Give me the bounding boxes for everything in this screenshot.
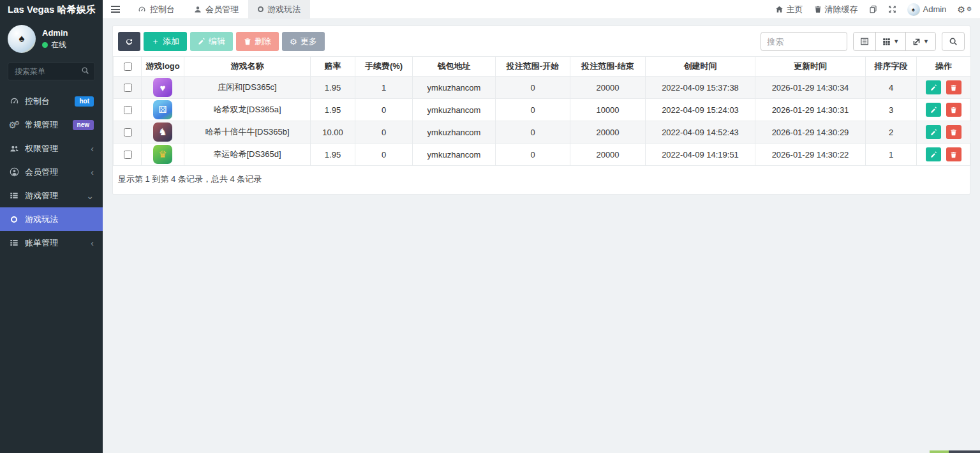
cell-updated: 2026-01-29 14:30:29 <box>755 121 866 144</box>
add-button[interactable]: ＋ 添加 <box>144 32 187 51</box>
user-panel: Admin 在线 <box>0 19 103 60</box>
home-button[interactable]: 主页 <box>775 4 803 15</box>
clear-cache-label: 清除缓存 <box>825 4 858 15</box>
sidebar-search <box>8 63 95 80</box>
cell-created: 2022-04-09 15:24:03 <box>646 99 755 121</box>
games-table: 游戏logo 游戏名称 赔率 手续费(%) 钱包地址 投注范围-开始 投注范围-… <box>113 56 971 166</box>
cell-odds: 1.95 <box>311 144 355 166</box>
column-header-actions: 操作 <box>917 57 971 77</box>
home-label: 主页 <box>787 4 803 15</box>
cell-bet-end: 20000 <box>570 77 646 99</box>
tab-dashboard[interactable]: 控制台 <box>128 0 184 19</box>
dashboard-icon <box>9 96 19 106</box>
row-edit-button[interactable] <box>926 147 941 161</box>
sidebar-item-label: 控制台 <box>25 96 50 107</box>
sidebar-item-label: 游戏玩法 <box>25 214 58 225</box>
cell-fee: 1 <box>355 77 413 99</box>
column-header-bet-end: 投注范围-结束 <box>570 57 646 77</box>
edit-button[interactable]: 编辑 <box>190 32 233 51</box>
view-button-group: ▼ ▼ <box>853 32 936 51</box>
sidebar-item-label: 常规管理 <box>25 119 58 131</box>
pencil-icon <box>930 129 937 136</box>
list-icon <box>9 191 19 200</box>
dashboard-icon <box>138 5 146 13</box>
settings-button[interactable]: ⚙⚙ <box>957 5 972 14</box>
sidebar-item-general[interactable]: ⚙⚙ 常规管理 new <box>0 113 103 137</box>
cell-wallet: ymkuzhancom <box>413 121 496 144</box>
fullscreen-button[interactable] <box>888 5 896 13</box>
column-header-bet-start: 投注范围-开始 <box>496 57 570 77</box>
trash-icon <box>950 84 957 91</box>
row-checkbox[interactable] <box>124 128 132 137</box>
sidebar-item-permissions[interactable]: 权限管理 ‹ <box>0 137 103 160</box>
chevron-left-icon: ‹ <box>91 144 94 153</box>
sidebar-item-billing[interactable]: 账单管理 ‹ <box>0 231 103 255</box>
card-view-button[interactable] <box>853 32 876 51</box>
row-edit-button[interactable] <box>926 125 941 139</box>
pencil-icon <box>198 38 205 45</box>
docs-icon <box>869 5 877 13</box>
game-logo: ⚄ <box>153 100 172 119</box>
select-all-checkbox[interactable] <box>124 63 132 71</box>
cell-actions <box>917 99 971 121</box>
gear-icon: ⚙ <box>290 37 297 47</box>
more-button[interactable]: ⚙ 更多 <box>282 32 325 51</box>
topbar-user[interactable]: Admin <box>907 3 947 16</box>
column-header-wallet: 钱包地址 <box>413 57 496 77</box>
table-search-input[interactable] <box>761 32 847 51</box>
export-icon <box>912 38 921 46</box>
tab-members[interactable]: 会员管理 <box>184 0 248 19</box>
chevron-left-icon: ‹ <box>91 168 94 177</box>
cell-fee: 0 <box>355 121 413 144</box>
search-button[interactable] <box>942 32 965 51</box>
tab-gameplay[interactable]: 游戏玩法 <box>248 0 310 19</box>
edit-label: 编辑 <box>209 36 225 47</box>
hamburger-menu-icon[interactable] <box>103 6 128 13</box>
row-delete-button[interactable] <box>946 103 961 117</box>
table-row: ♥ 庄闲和[DS365c] 1.95 1 ymkuzhancom 0 20000… <box>114 77 971 99</box>
row-edit-button[interactable] <box>926 80 941 94</box>
cell-updated: 2026-01-29 14:30:31 <box>755 99 866 121</box>
refresh-button[interactable] <box>118 32 140 51</box>
data-card: ＋ 添加 编辑 删除 ⚙ 更多 <box>112 26 970 195</box>
row-delete-button[interactable] <box>946 147 961 161</box>
cell-bet-start: 0 <box>496 77 570 99</box>
delete-button[interactable]: 删除 <box>236 32 279 51</box>
game-logo: ♛ <box>153 145 172 164</box>
sidebar-item-games[interactable]: 游戏管理 ⌄ <box>0 184 103 207</box>
brand-title: Las Vegas 哈希娱乐 <box>0 0 103 19</box>
cell-game-name: 庄闲和[DS365c] <box>184 77 311 99</box>
sidebar-search-input[interactable] <box>13 66 81 77</box>
home-icon <box>775 5 783 13</box>
column-header-sort: 排序字段 <box>866 57 917 77</box>
avatar <box>8 25 36 53</box>
docs-button[interactable] <box>869 5 877 13</box>
cell-bet-start: 0 <box>496 121 570 144</box>
sidebar-item-gameplay[interactable]: 游戏玩法 <box>0 207 103 231</box>
row-checkbox[interactable] <box>124 151 132 159</box>
caret-down-icon: ▼ <box>893 38 899 45</box>
trash-icon <box>950 151 957 158</box>
topbar-user-label: Admin <box>923 4 947 14</box>
clear-cache-button[interactable]: 清除缓存 <box>814 4 858 15</box>
row-edit-button[interactable] <box>926 103 941 117</box>
avatar <box>907 3 920 16</box>
cell-created: 2022-04-09 14:52:43 <box>646 121 755 144</box>
trash-icon <box>950 129 957 136</box>
row-delete-button[interactable] <box>946 125 961 139</box>
sidebar-item-dashboard[interactable]: 控制台 hot <box>0 89 103 113</box>
cell-actions <box>917 144 971 166</box>
topbar: 控制台 会员管理 游戏玩法 主页 清除缓存 <box>103 0 980 19</box>
circle-icon <box>9 216 19 223</box>
export-button[interactable]: ▼ <box>905 32 936 51</box>
column-header-created: 创建时间 <box>646 57 755 77</box>
game-logo: ♞ <box>153 123 172 142</box>
row-checkbox[interactable] <box>124 106 132 114</box>
columns-button[interactable]: ▼ <box>875 32 906 51</box>
trash-icon <box>244 38 251 45</box>
user-status: 在线 <box>42 40 68 50</box>
sidebar-item-members[interactable]: 会员管理 ‹ <box>0 160 103 184</box>
row-checkbox[interactable] <box>124 84 132 92</box>
cell-bet-end: 20000 <box>570 121 646 144</box>
row-delete-button[interactable] <box>946 80 961 94</box>
